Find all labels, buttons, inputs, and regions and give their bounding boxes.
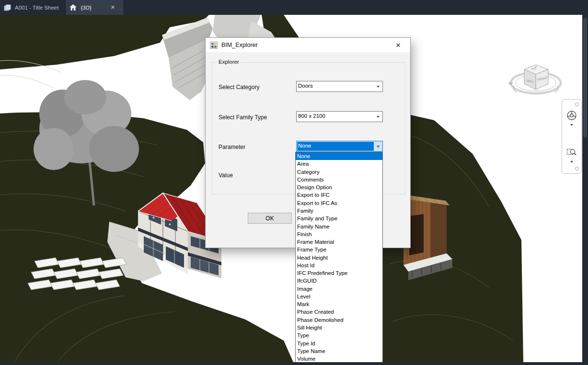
chevron-down-icon: [374, 112, 382, 122]
svg-text:*: *: [152, 216, 155, 222]
dropdown-item-volume[interactable]: Volume: [296, 355, 382, 363]
family-type-combobox-value: 800 x 2100: [297, 112, 374, 122]
navbar-options-icon[interactable]: [575, 167, 579, 171]
tab-label: A001 - Title Sheet: [15, 5, 58, 11]
parameter-dropdown-list: NoneAreaCategoryCommentsDesign OptionExp…: [295, 152, 383, 363]
dropdown-item-frame-type[interactable]: Frame Type: [296, 246, 382, 253]
dropdown-item-area[interactable]: Area: [296, 160, 382, 168]
dropdown-item-export-to-ifc-as[interactable]: Export to IFC As: [296, 199, 382, 207]
sheet-icon: [4, 4, 11, 11]
tab-3d[interactable]: {3D} ✕: [66, 0, 124, 15]
dropdown-item-design-option[interactable]: Design Option: [296, 183, 382, 191]
navigation-bar: [562, 99, 582, 174]
tab-label: {3D}: [81, 5, 91, 11]
zoom-region-icon[interactable]: [565, 145, 579, 160]
steering-wheel-icon[interactable]: [565, 108, 579, 123]
dropdown-item-type-id[interactable]: Type Id: [296, 339, 382, 347]
home-icon: [69, 4, 77, 11]
chevron-down-icon: [374, 141, 382, 151]
select-family-type-label: Select Family Type: [219, 114, 267, 121]
dropdown-item-export-to-ifc[interactable]: Export to IFC: [296, 191, 382, 199]
dropdown-item-comments[interactable]: Comments: [296, 176, 382, 183]
category-combobox[interactable]: Doors: [296, 81, 383, 92]
parameter-combobox[interactable]: None: [296, 141, 383, 152]
dropdown-item-family-and-type[interactable]: Family and Type: [296, 215, 382, 222]
viewcube[interactable]: W TOP LEFT FRONT: [508, 56, 565, 110]
dropdown-item-sill-height[interactable]: Sill Height: [296, 324, 382, 331]
parameter-combobox-value: None: [297, 142, 374, 151]
dropdown-item-finish[interactable]: Finish: [296, 230, 382, 238]
horizontal-scrollbar[interactable]: [0, 362, 588, 365]
dropdown-item-none[interactable]: None: [296, 152, 382, 160]
dialog-title: BIM_Explorer: [221, 42, 258, 48]
dropdown-item-frame-material[interactable]: Frame Material: [296, 238, 382, 246]
dropdown-item-phase-demolished[interactable]: Phase Demolished: [296, 316, 382, 324]
category-combobox-value: Doors: [297, 81, 374, 91]
tab-a001-title-sheet[interactable]: A001 - Title Sheet: [0, 0, 66, 15]
solar-panels: [28, 258, 127, 290]
select-category-label: Select Category: [219, 84, 259, 91]
dropdown-item-host-id[interactable]: Host Id: [296, 262, 382, 269]
dialog-title-bar[interactable]: BIM_Explorer ✕: [206, 38, 410, 52]
value-label: Value: [219, 172, 233, 179]
ok-button[interactable]: OK: [248, 213, 292, 224]
dropdown-item-type[interactable]: Type: [296, 331, 382, 339]
vertical-scrollbar[interactable]: [582, 15, 588, 365]
dropdown-item-mark[interactable]: Mark: [296, 300, 382, 308]
bim-explorer-icon: [210, 42, 218, 49]
dropdown-item-family-name[interactable]: Family Name: [296, 222, 382, 230]
dropdown-item-family[interactable]: Family: [296, 207, 382, 215]
parameter-label: Parameter: [219, 144, 245, 150]
dialog-close-icon[interactable]: ✕: [391, 42, 405, 49]
chevron-down-icon[interactable]: [570, 161, 573, 163]
groupbox-label: Explorer: [217, 59, 241, 65]
dropdown-item-head-height[interactable]: Head Height: [296, 253, 382, 261]
dropdown-item-ifcguid[interactable]: IfcGUID: [296, 277, 382, 285]
dropdown-item-level[interactable]: Level: [296, 293, 382, 300]
chevron-down-icon: [374, 81, 382, 91]
dropdown-item-category[interactable]: Category: [296, 168, 382, 176]
dropdown-item-image[interactable]: Image: [296, 285, 382, 293]
navbar-grip-icon[interactable]: [575, 103, 579, 106]
dropdown-item-type-name[interactable]: Type Name: [296, 347, 382, 355]
view-tab-bar: A001 - Title Sheet {3D} ✕: [0, 0, 588, 15]
revit-window: * *: [0, 0, 588, 365]
svg-text:*: *: [169, 222, 171, 229]
dropdown-item-phase-created[interactable]: Phase Created: [296, 308, 382, 316]
viewcube-west-label: W: [508, 81, 513, 86]
chevron-down-icon[interactable]: [570, 124, 573, 126]
tab-close-icon[interactable]: ✕: [109, 3, 117, 11]
family-type-combobox[interactable]: 800 x 2100: [296, 111, 383, 122]
dropdown-item-ifc-predefined-type[interactable]: IFC Predefined Type: [296, 269, 382, 277]
